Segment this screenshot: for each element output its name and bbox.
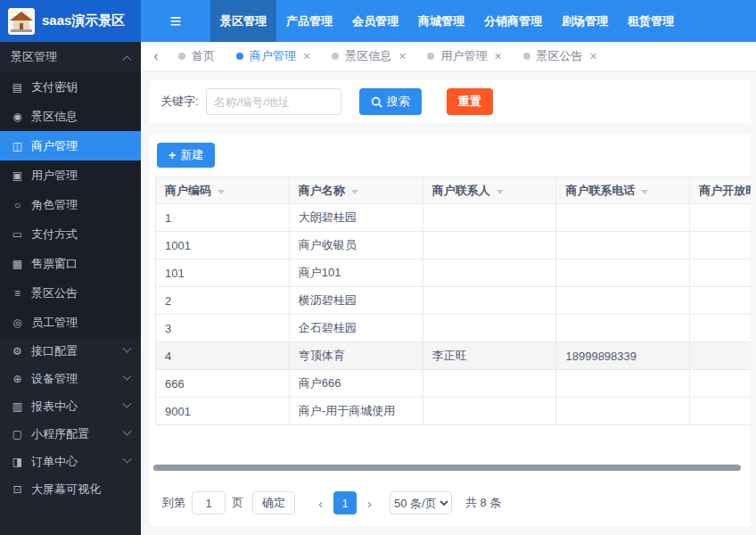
table-cell: [690, 370, 751, 398]
table-row[interactable]: 3企石碧桂园: [156, 315, 752, 342]
column-header[interactable]: 商户名称: [289, 177, 423, 204]
filter-icon[interactable]: [641, 190, 648, 194]
sidebar-item[interactable]: ○角色管理: [0, 190, 141, 219]
close-icon[interactable]: ×: [590, 49, 597, 63]
scrollbar-thumb[interactable]: [153, 465, 741, 471]
tab[interactable]: 商户管理×: [226, 42, 321, 70]
top-nav-item[interactable]: 租赁管理: [618, 0, 684, 42]
table-cell: [690, 287, 751, 315]
column-header[interactable]: 商户开放时间: [690, 177, 751, 204]
horizontal-scrollbar[interactable]: [153, 465, 747, 471]
reset-button[interactable]: 重置: [447, 88, 493, 115]
total-count: 共 8 条: [465, 495, 501, 511]
sidebar-group[interactable]: ◨订单中心: [0, 448, 141, 475]
table-cell: 穹顶体育: [289, 342, 423, 370]
merchant-table-panel: + 新建 商户编码商户名称商户联系人商户联系电话商户开放时间地址 1大朗碧桂园1…: [150, 134, 751, 526]
column-header[interactable]: 商户编码: [156, 177, 290, 204]
next-page-icon[interactable]: ›: [363, 496, 376, 511]
top-nav-item[interactable]: 会员管理: [342, 0, 408, 42]
goto-page-input[interactable]: [192, 491, 226, 514]
filter-icon[interactable]: [218, 190, 225, 194]
top-nav: 景区管理产品管理会员管理商城管理分销商管理剧场管理租赁管理: [210, 0, 684, 42]
filter-icon[interactable]: [351, 190, 358, 194]
tab[interactable]: 景区公告×: [513, 42, 608, 70]
sidebar-item-label: 角色管理: [31, 197, 130, 213]
sidebar-item[interactable]: ▤支付密钥: [0, 72, 141, 102]
top-nav-item[interactable]: 景区管理: [210, 0, 276, 42]
sidebar-item[interactable]: ◎员工管理: [0, 308, 141, 337]
user-icon: ▣: [11, 169, 24, 182]
table-cell: [556, 232, 690, 259]
sidebar-collapse-icon[interactable]: ≡: [141, 0, 210, 42]
tab[interactable]: 用户管理×: [416, 42, 512, 70]
sidebar-group-label: 大屏幕可视化: [31, 482, 130, 498]
sidebar-group[interactable]: ⚙接口配置: [0, 337, 141, 365]
tab-dot-icon: [523, 53, 530, 60]
sidebar-item[interactable]: ▭支付方式: [0, 219, 141, 249]
sidebar-group-label: 订单中心: [31, 454, 117, 470]
table-row[interactable]: 1001商户收银员: [156, 232, 752, 259]
new-button[interactable]: + 新建: [157, 143, 215, 168]
close-icon[interactable]: ×: [303, 49, 310, 63]
table-cell: [556, 398, 690, 425]
order-icon: ◨: [11, 456, 24, 468]
goto-label: 到第: [162, 495, 185, 511]
sidebar-group[interactable]: ▢小程序配置: [0, 420, 141, 448]
table-wrap: 商户编码商户名称商户联系人商户联系电话商户开放时间地址 1大朗碧桂园1001商户…: [155, 177, 751, 425]
sidebar-group[interactable]: ⊡大屏幕可视化: [0, 475, 141, 503]
table-row[interactable]: 1大朗碧桂园: [156, 204, 752, 232]
table-row[interactable]: 9001商户-用于商城使用: [156, 398, 752, 425]
sidebar-item[interactable]: ≡景区公告: [0, 278, 141, 308]
sidebar-item[interactable]: ▣用户管理: [0, 160, 141, 190]
new-button-label: 新建: [180, 147, 203, 163]
column-header[interactable]: 商户联系人: [423, 177, 556, 204]
table-row[interactable]: 4穹顶体育李正旺18999898339: [156, 342, 752, 370]
open-tabs: 首页商户管理×景区信息×用户管理×景区公告×: [168, 42, 608, 70]
top-nav-item[interactable]: 产品管理: [276, 0, 342, 42]
sidebar-group[interactable]: ▥报表中心: [0, 392, 141, 420]
column-header-label: 商户名称: [299, 184, 345, 197]
table-row[interactable]: 666商户666: [156, 370, 752, 398]
sidebar-item[interactable]: ▦售票窗口: [0, 249, 141, 278]
tab[interactable]: 景区信息×: [321, 42, 416, 70]
ticket-window-icon: ▦: [11, 258, 24, 270]
table-row[interactable]: 2横沥碧桂园: [156, 287, 752, 315]
pagination: 到第 页 确定 ‹ 1 › 50 条/页 共 8 条: [150, 480, 751, 526]
table-cell: [556, 370, 690, 398]
sidebar-item-label: 景区公告: [31, 285, 130, 301]
sidebar-item[interactable]: ◫商户管理: [0, 131, 141, 160]
keyword-input[interactable]: [206, 88, 341, 115]
table-cell: 18999898339: [556, 342, 690, 370]
sidebar-group[interactable]: ⊕设备管理: [0, 365, 141, 392]
prev-page-icon[interactable]: ‹: [314, 496, 327, 511]
tab[interactable]: 首页: [168, 42, 226, 70]
table-cell: 1: [156, 204, 290, 232]
notice-icon: ≡: [11, 287, 24, 300]
table-cell: 企石碧桂园: [289, 315, 423, 342]
table-cell: 3: [156, 315, 290, 342]
column-header-label: 商户联系人: [432, 184, 490, 197]
table-row[interactable]: 101商户101: [156, 259, 752, 287]
device-icon: ⊕: [11, 373, 24, 385]
page-size-select[interactable]: 50 条/页: [390, 491, 452, 514]
top-nav-item[interactable]: 剧场管理: [552, 0, 618, 42]
tabs-bar: ‹ 首页商户管理×景区信息×用户管理×景区公告×: [141, 42, 756, 71]
keyword-label: 关键字:: [160, 94, 199, 110]
sidebar-group[interactable]: 景区管理: [0, 42, 141, 72]
sidebar-group-label: 设备管理: [31, 371, 117, 387]
sidebar-item[interactable]: ◉景区信息: [0, 102, 141, 131]
page-suffix-label: 页: [232, 495, 243, 511]
close-icon[interactable]: ×: [494, 49, 501, 63]
top-nav-item[interactable]: 商城管理: [408, 0, 474, 42]
sidebar-item-label: 售票窗口: [31, 256, 130, 272]
column-header[interactable]: 商户联系电话: [556, 177, 690, 204]
search-button[interactable]: 搜索: [359, 88, 422, 115]
filter-icon[interactable]: [497, 190, 504, 194]
tabs-scroll-left-icon[interactable]: ‹: [144, 45, 168, 68]
goto-confirm-button[interactable]: 确定: [252, 491, 295, 514]
close-icon[interactable]: ×: [399, 49, 406, 63]
sidebar-group-label: 接口配置: [31, 343, 117, 359]
sidebar-group-label: 景区管理: [11, 49, 117, 65]
top-nav-item[interactable]: 分销商管理: [474, 0, 552, 42]
page-number-button[interactable]: 1: [333, 491, 357, 514]
